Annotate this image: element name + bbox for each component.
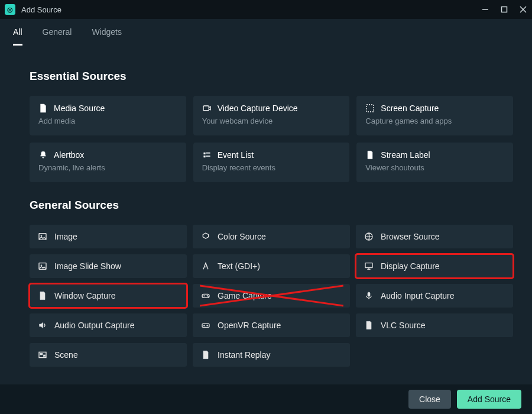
doc-icon xyxy=(201,350,210,360)
card-title: Media Source xyxy=(54,104,105,113)
doc-icon xyxy=(38,291,47,300)
footer-bar: Close Add Source xyxy=(0,384,532,414)
card-desc: Add media xyxy=(38,117,177,125)
source-item-vlc-source[interactable]: VLC Source xyxy=(356,313,513,337)
camera-icon xyxy=(202,104,212,113)
image-icon xyxy=(38,232,47,241)
source-item-display-capture[interactable]: Display Capture xyxy=(356,254,513,278)
globe-icon xyxy=(364,232,374,241)
source-item-image-slide-show[interactable]: Image Slide Show xyxy=(30,254,187,278)
source-item-window-capture[interactable]: Window Capture xyxy=(30,284,187,308)
source-item-image[interactable]: Image xyxy=(30,225,187,248)
minimize-button[interactable] xyxy=(481,5,489,14)
card-desc: Your webcam device xyxy=(202,117,341,125)
speaker-icon xyxy=(38,321,47,330)
card-desc: Display recent events xyxy=(202,163,341,172)
card-title: Video Capture Device xyxy=(218,104,298,113)
item-label: Color Source xyxy=(218,232,266,241)
item-label: Scene xyxy=(54,350,78,360)
source-card-event-list[interactable]: Event ListDisplay recent events xyxy=(193,143,350,182)
source-item-instant-replay[interactable]: Instant Replay xyxy=(193,343,350,367)
image-icon xyxy=(38,261,47,271)
doc-icon xyxy=(365,150,375,160)
card-desc: Dynamic, live alerts xyxy=(38,163,177,172)
item-label: VLC Source xyxy=(381,321,425,330)
source-item-text-gdi[interactable]: Text (GDI+) xyxy=(193,254,350,278)
general-grid: ImageColor SourceBrowser SourceImage Sli… xyxy=(30,225,513,367)
svg-rect-1 xyxy=(502,7,507,12)
source-item-audio-input-capture[interactable]: Audio Input Capture xyxy=(356,284,513,308)
card-title: Event List xyxy=(218,150,254,160)
palette-icon xyxy=(201,232,210,241)
item-label: Audio Input Capture xyxy=(381,291,455,300)
item-label: Instant Replay xyxy=(218,350,271,360)
item-label: Window Capture xyxy=(54,291,116,300)
item-label: Text (GDI+) xyxy=(218,261,260,271)
close-button[interactable]: Close xyxy=(408,390,451,409)
tab-general[interactable]: General xyxy=(43,27,72,46)
card-title: Stream Label xyxy=(381,150,430,160)
monitor-icon xyxy=(364,261,374,271)
window-title: Add Source xyxy=(21,5,481,14)
source-item-browser-source[interactable]: Browser Source xyxy=(356,225,513,248)
maximize-button[interactable] xyxy=(500,5,508,14)
scene-icon xyxy=(38,350,47,360)
source-item-audio-output-capture[interactable]: Audio Output Capture xyxy=(30,313,187,337)
source-item-scene[interactable]: Scene xyxy=(30,343,187,367)
item-label: Audio Output Capture xyxy=(54,321,134,330)
content-scroll[interactable]: Essential Sources Media SourceAdd mediaV… xyxy=(0,46,532,384)
card-desc: Viewer shoutouts xyxy=(365,163,504,172)
source-card-stream-label[interactable]: Stream LabelViewer shoutouts xyxy=(356,143,513,182)
source-item-openvr-capture[interactable]: OpenVR Capture xyxy=(193,313,350,337)
essential-grid: Media SourceAdd mediaVideo Capture Devic… xyxy=(30,96,513,182)
list-icon xyxy=(202,150,212,160)
font-icon xyxy=(201,261,210,271)
source-item-color-source[interactable]: Color Source xyxy=(193,225,350,248)
item-label: Game Capture xyxy=(218,291,272,300)
source-card-screen-capture[interactable]: Screen CaptureCapture games and apps xyxy=(356,96,513,135)
card-desc: Capture games and apps xyxy=(365,117,504,125)
select-icon xyxy=(365,104,375,113)
item-label: Browser Source xyxy=(381,232,440,241)
app-icon: ◎ xyxy=(5,4,15,15)
close-window-button[interactable] xyxy=(519,5,527,14)
tabs-bar: All General Widgets xyxy=(0,19,532,46)
tab-widgets[interactable]: Widgets xyxy=(92,27,122,46)
source-card-alertbox[interactable]: AlertboxDynamic, live alerts xyxy=(30,143,186,182)
item-label: Image xyxy=(54,232,77,241)
mic-icon xyxy=(364,291,374,300)
source-card-media-source[interactable]: Media SourceAdd media xyxy=(30,96,186,135)
item-label: OpenVR Capture xyxy=(218,321,281,330)
tab-all[interactable]: All xyxy=(13,27,22,46)
vr-icon xyxy=(201,321,210,330)
card-title: Alertbox xyxy=(54,150,84,160)
section-heading-essential: Essential Sources xyxy=(30,70,513,83)
item-label: Image Slide Show xyxy=(54,261,121,271)
item-label: Display Capture xyxy=(381,261,440,271)
source-card-video-capture-device[interactable]: Video Capture DeviceYour webcam device xyxy=(193,96,350,135)
titlebar: ◎ Add Source xyxy=(0,0,532,19)
section-heading-general: General Sources xyxy=(30,199,513,212)
add-source-button[interactable]: Add Source xyxy=(457,390,521,409)
doc-icon xyxy=(364,321,374,330)
source-item-game-capture[interactable]: Game Capture xyxy=(193,284,350,308)
card-title: Screen Capture xyxy=(381,104,439,113)
bell-icon xyxy=(38,150,48,160)
gamepad-icon xyxy=(201,291,210,300)
file-icon xyxy=(38,104,48,113)
